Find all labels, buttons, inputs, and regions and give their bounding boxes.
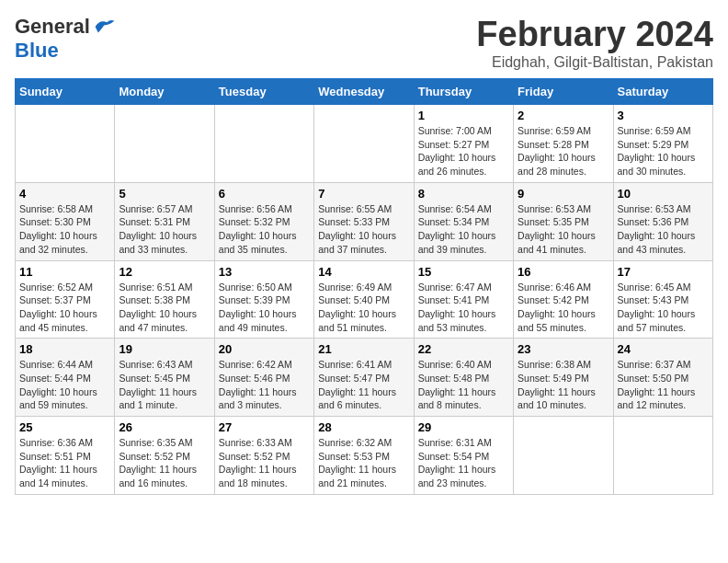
day-info: Sunrise: 6:51 AM Sunset: 5:38 PM Dayligh… — [119, 281, 210, 335]
day-info: Sunrise: 6:31 AM Sunset: 5:54 PM Dayligh… — [418, 436, 509, 490]
day-info: Sunrise: 6:32 AM Sunset: 5:53 PM Dayligh… — [318, 436, 409, 490]
month-title: February 2024 — [476, 15, 713, 54]
header: General Blue February 2024 Eidghah, Gilg… — [15, 15, 713, 71]
calendar-cell: 10Sunrise: 6:53 AM Sunset: 5:36 PM Dayli… — [613, 182, 712, 260]
day-number: 10 — [618, 187, 709, 201]
calendar-cell: 16Sunrise: 6:46 AM Sunset: 5:42 PM Dayli… — [514, 260, 613, 339]
day-info: Sunrise: 6:53 AM Sunset: 5:36 PM Dayligh… — [618, 202, 709, 257]
calendar-cell: 6Sunrise: 6:56 AM Sunset: 5:32 PM Daylig… — [214, 182, 313, 260]
calendar-cell: 5Sunrise: 6:57 AM Sunset: 5:31 PM Daylig… — [115, 182, 214, 260]
day-number: 25 — [19, 420, 110, 434]
day-info: Sunrise: 6:57 AM Sunset: 5:31 PM Dayligh… — [119, 202, 210, 257]
weekday-header-row: SundayMondayTuesdayWednesdayThursdayFrid… — [16, 79, 713, 105]
logo-bird-icon — [94, 17, 116, 36]
day-number: 15 — [418, 265, 509, 279]
day-info: Sunrise: 6:45 AM Sunset: 5:43 PM Dayligh… — [618, 281, 709, 335]
day-number: 29 — [418, 420, 509, 434]
weekday-header-friday: Friday — [514, 79, 613, 105]
logo-blue: Blue — [15, 39, 59, 63]
calendar-cell: 29Sunrise: 6:31 AM Sunset: 5:54 PM Dayli… — [414, 417, 513, 495]
calendar-cell: 1Sunrise: 7:00 AM Sunset: 5:27 PM Daylig… — [414, 105, 513, 183]
calendar-cell: 11Sunrise: 6:52 AM Sunset: 5:37 PM Dayli… — [16, 260, 115, 339]
weekday-header-tuesday: Tuesday — [214, 79, 313, 105]
weekday-header-thursday: Thursday — [414, 79, 513, 105]
calendar-cell: 13Sunrise: 6:50 AM Sunset: 5:39 PM Dayli… — [214, 260, 313, 339]
day-number: 21 — [318, 342, 409, 356]
day-number: 17 — [618, 265, 709, 279]
calendar-cell: 2Sunrise: 6:59 AM Sunset: 5:28 PM Daylig… — [514, 105, 613, 183]
day-number: 19 — [119, 342, 210, 356]
day-info: Sunrise: 6:41 AM Sunset: 5:47 PM Dayligh… — [318, 358, 409, 412]
day-info: Sunrise: 6:58 AM Sunset: 5:30 PM Dayligh… — [19, 202, 110, 257]
calendar-cell: 17Sunrise: 6:45 AM Sunset: 5:43 PM Dayli… — [613, 260, 712, 339]
day-number: 18 — [19, 342, 110, 356]
weekday-header-saturday: Saturday — [613, 79, 712, 105]
day-info: Sunrise: 6:59 AM Sunset: 5:28 PM Dayligh… — [518, 124, 609, 178]
calendar-cell — [314, 105, 414, 183]
calendar-cell: 21Sunrise: 6:41 AM Sunset: 5:47 PM Dayli… — [314, 339, 414, 417]
calendar-cell: 4Sunrise: 6:58 AM Sunset: 5:30 PM Daylig… — [16, 182, 115, 260]
calendar-cell: 20Sunrise: 6:42 AM Sunset: 5:46 PM Dayli… — [214, 339, 313, 417]
day-number: 20 — [219, 342, 310, 356]
calendar-cell — [214, 105, 313, 183]
logo-general: General — [15, 15, 90, 39]
day-number: 3 — [618, 109, 709, 122]
calendar-cell: 25Sunrise: 6:36 AM Sunset: 5:51 PM Dayli… — [16, 417, 115, 495]
day-info: Sunrise: 6:33 AM Sunset: 5:52 PM Dayligh… — [219, 436, 310, 490]
day-info: Sunrise: 6:44 AM Sunset: 5:44 PM Dayligh… — [19, 358, 110, 412]
day-number: 13 — [219, 265, 310, 279]
calendar-cell: 18Sunrise: 6:44 AM Sunset: 5:44 PM Dayli… — [16, 339, 115, 417]
weekday-header-wednesday: Wednesday — [314, 79, 414, 105]
calendar-cell: 24Sunrise: 6:37 AM Sunset: 5:50 PM Dayli… — [613, 339, 712, 417]
day-number: 24 — [618, 342, 709, 356]
calendar-cell — [613, 417, 712, 495]
day-number: 12 — [119, 265, 210, 279]
day-info: Sunrise: 6:46 AM Sunset: 5:42 PM Dayligh… — [518, 281, 609, 335]
day-number: 2 — [518, 109, 609, 122]
weekday-header-monday: Monday — [115, 79, 214, 105]
day-number: 28 — [318, 420, 409, 434]
day-number: 22 — [418, 342, 509, 356]
day-number: 4 — [19, 187, 110, 201]
calendar-cell: 12Sunrise: 6:51 AM Sunset: 5:38 PM Dayli… — [115, 260, 214, 339]
location-title: Eidghah, Gilgit-Baltistan, Pakistan — [476, 54, 713, 71]
calendar-cell: 15Sunrise: 6:47 AM Sunset: 5:41 PM Dayli… — [414, 260, 513, 339]
week-row-1: 1Sunrise: 7:00 AM Sunset: 5:27 PM Daylig… — [16, 105, 713, 183]
day-info: Sunrise: 6:54 AM Sunset: 5:34 PM Dayligh… — [418, 202, 509, 257]
calendar-cell: 23Sunrise: 6:38 AM Sunset: 5:49 PM Dayli… — [514, 339, 613, 417]
day-info: Sunrise: 6:35 AM Sunset: 5:52 PM Dayligh… — [119, 436, 210, 490]
day-info: Sunrise: 6:56 AM Sunset: 5:32 PM Dayligh… — [219, 202, 310, 257]
day-info: Sunrise: 6:52 AM Sunset: 5:37 PM Dayligh… — [19, 281, 110, 335]
day-number: 14 — [318, 265, 409, 279]
day-number: 26 — [119, 420, 210, 434]
day-number: 7 — [318, 187, 409, 201]
day-info: Sunrise: 7:00 AM Sunset: 5:27 PM Dayligh… — [418, 124, 509, 178]
day-info: Sunrise: 6:43 AM Sunset: 5:45 PM Dayligh… — [119, 358, 210, 412]
day-number: 5 — [119, 187, 210, 201]
day-info: Sunrise: 6:36 AM Sunset: 5:51 PM Dayligh… — [19, 436, 110, 490]
calendar-cell: 9Sunrise: 6:53 AM Sunset: 5:35 PM Daylig… — [514, 182, 613, 260]
day-number: 27 — [219, 420, 310, 434]
calendar-cell: 26Sunrise: 6:35 AM Sunset: 5:52 PM Dayli… — [115, 417, 214, 495]
calendar-cell: 7Sunrise: 6:55 AM Sunset: 5:33 PM Daylig… — [314, 182, 414, 260]
day-info: Sunrise: 6:50 AM Sunset: 5:39 PM Dayligh… — [219, 281, 310, 335]
day-number: 11 — [19, 265, 110, 279]
calendar-cell — [16, 105, 115, 183]
day-number: 1 — [418, 109, 509, 122]
day-info: Sunrise: 6:55 AM Sunset: 5:33 PM Dayligh… — [318, 202, 409, 257]
weekday-header-sunday: Sunday — [16, 79, 115, 105]
calendar-cell: 14Sunrise: 6:49 AM Sunset: 5:40 PM Dayli… — [314, 260, 414, 339]
day-number: 23 — [518, 342, 609, 356]
day-info: Sunrise: 6:38 AM Sunset: 5:49 PM Dayligh… — [518, 358, 609, 412]
day-info: Sunrise: 6:37 AM Sunset: 5:50 PM Dayligh… — [618, 358, 709, 412]
day-number: 6 — [219, 187, 310, 201]
week-row-2: 4Sunrise: 6:58 AM Sunset: 5:30 PM Daylig… — [16, 182, 713, 260]
week-row-3: 11Sunrise: 6:52 AM Sunset: 5:37 PM Dayli… — [16, 260, 713, 339]
day-info: Sunrise: 6:42 AM Sunset: 5:46 PM Dayligh… — [219, 358, 310, 412]
calendar-cell — [115, 105, 214, 183]
day-number: 16 — [518, 265, 609, 279]
week-row-4: 18Sunrise: 6:44 AM Sunset: 5:44 PM Dayli… — [16, 339, 713, 417]
calendar-table: SundayMondayTuesdayWednesdayThursdayFrid… — [15, 78, 713, 495]
title-section: February 2024 Eidghah, Gilgit-Baltistan,… — [476, 15, 713, 71]
week-row-5: 25Sunrise: 6:36 AM Sunset: 5:51 PM Dayli… — [16, 417, 713, 495]
